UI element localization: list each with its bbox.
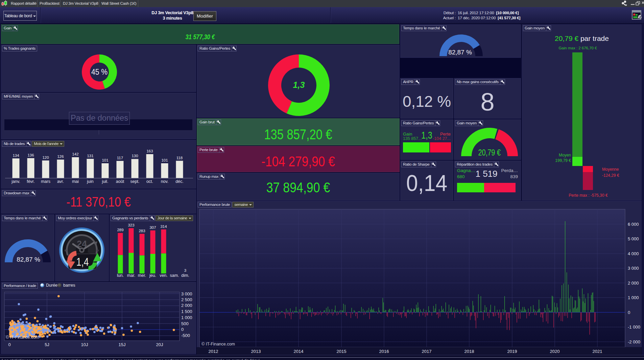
- svg-text:2014: 2014: [294, 349, 304, 354]
- svg-text:45 %: 45 %: [91, 68, 108, 76]
- svg-text:1 000: 1 000: [628, 295, 639, 300]
- svg-text:2018: 2018: [464, 349, 474, 354]
- svg-text:sept.: sept.: [130, 179, 139, 184]
- svg-text:20J: 20J: [156, 342, 163, 347]
- svg-text:500: 500: [181, 321, 189, 326]
- svg-text:janv.: janv.: [11, 179, 20, 184]
- svg-text:mar.: mar.: [127, 273, 135, 278]
- svg-text:0: 0: [181, 327, 184, 332]
- svg-text:mars: mars: [41, 179, 50, 184]
- svg-text:1,3: 1,3: [293, 80, 305, 90]
- svg-text:-2 000: -2 000: [628, 339, 640, 344]
- svg-text:307: 307: [149, 225, 156, 230]
- svg-text:2012: 2012: [209, 349, 218, 354]
- svg-text:© IT-Finance.com: © IT-Finance.com: [6, 335, 39, 340]
- svg-text:3: 3: [184, 268, 186, 272]
- svg-text:2016: 2016: [379, 349, 389, 354]
- svg-text:2 500: 2 500: [181, 297, 192, 302]
- svg-text:-1 000: -1 000: [628, 325, 640, 330]
- svg-text:1 000: 1 000: [181, 315, 192, 320]
- svg-text:6 000: 6 000: [628, 222, 639, 227]
- svg-text:2017: 2017: [422, 349, 432, 354]
- svg-text:0: 0: [8, 342, 10, 347]
- svg-text:1 500: 1 500: [181, 309, 192, 314]
- svg-text:2 000: 2 000: [628, 281, 639, 286]
- svg-text:mer.: mer.: [138, 273, 146, 278]
- svg-text:101: 101: [102, 158, 108, 162]
- svg-text:134: 134: [13, 153, 19, 158]
- svg-text:-500: -500: [181, 333, 190, 338]
- svg-text:juil.: juil.: [102, 179, 109, 184]
- svg-text:oct.: oct.: [146, 179, 153, 184]
- svg-text:15J: 15J: [119, 342, 126, 347]
- svg-text:163: 163: [146, 149, 153, 153]
- svg-text:juin: juin: [87, 179, 94, 184]
- svg-text:126: 126: [57, 154, 64, 159]
- svg-text:2015: 2015: [337, 349, 347, 354]
- svg-text:131: 131: [87, 154, 93, 158]
- svg-text:120: 120: [42, 155, 49, 160]
- svg-text:déc.: déc.: [175, 179, 184, 184]
- svg-text:130: 130: [132, 154, 138, 158]
- svg-text:1,4: 1,4: [76, 255, 89, 268]
- svg-text:101: 101: [161, 158, 168, 162]
- svg-text:mai: mai: [72, 179, 79, 184]
- svg-text:© IT-Finance.com: © IT-Finance.com: [201, 342, 235, 346]
- svg-text:117: 117: [117, 156, 123, 160]
- svg-text:nov.: nov.: [161, 179, 169, 184]
- svg-text:82,87 %: 82,87 %: [448, 49, 472, 56]
- svg-text:5J: 5J: [45, 342, 49, 347]
- svg-text:283: 283: [139, 229, 145, 233]
- svg-text:20,79 €: 20,79 €: [478, 148, 501, 158]
- svg-text:2019: 2019: [507, 349, 517, 354]
- svg-text:118: 118: [176, 156, 183, 160]
- svg-text:4 000: 4 000: [628, 251, 639, 256]
- svg-text:dim.: dim.: [181, 273, 189, 278]
- svg-text:323: 323: [128, 223, 134, 227]
- svg-text:2021: 2021: [593, 349, 602, 354]
- svg-text:2020: 2020: [550, 349, 560, 354]
- svg-text:2013: 2013: [251, 349, 261, 354]
- svg-text:0: 0: [628, 310, 630, 315]
- svg-text:ven.: ven.: [160, 273, 168, 278]
- svg-text:5 000: 5 000: [628, 236, 639, 241]
- svg-text:jeu.: jeu.: [149, 273, 156, 278]
- svg-text:10J: 10J: [81, 342, 88, 347]
- svg-text:lun.: lun.: [117, 273, 124, 278]
- svg-text:82,87 %: 82,87 %: [17, 256, 40, 263]
- svg-text:3 000: 3 000: [181, 291, 192, 296]
- svg-text:289: 289: [117, 228, 123, 232]
- svg-text:févr.: févr.: [27, 179, 35, 184]
- svg-text:314: 314: [160, 224, 167, 229]
- svg-text:3 000: 3 000: [628, 266, 639, 271]
- svg-text:août: août: [116, 179, 124, 184]
- svg-text:2 000: 2 000: [181, 303, 192, 308]
- svg-text:sam.: sam.: [170, 273, 179, 278]
- svg-text:avr.: avr.: [57, 179, 64, 184]
- svg-text:142: 142: [72, 152, 78, 156]
- svg-text:136: 136: [27, 153, 34, 157]
